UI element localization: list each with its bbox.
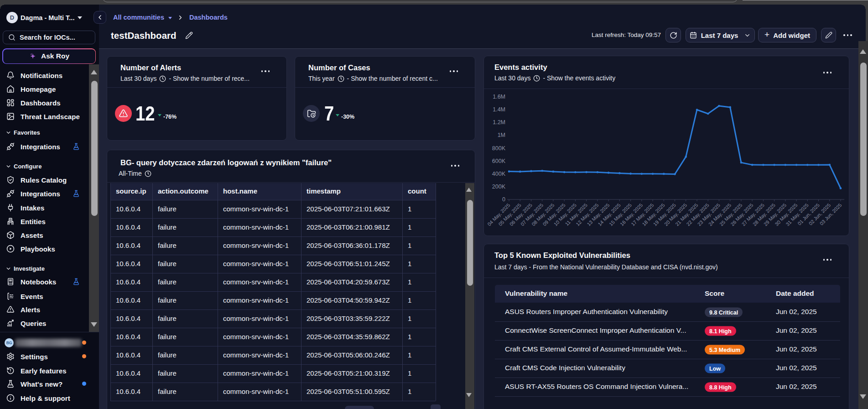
- svg-text:200K: 200K: [492, 184, 506, 190]
- svg-text:1.6M: 1.6M: [493, 94, 505, 100]
- svg-text:1M: 1M: [498, 132, 505, 138]
- svg-text:1.2M: 1.2M: [493, 119, 505, 126]
- svg-text:0: 0: [502, 196, 505, 203]
- svg-text:1.4M: 1.4M: [493, 106, 505, 113]
- svg-text:800K: 800K: [492, 145, 506, 152]
- svg-text:400K: 400K: [492, 171, 506, 177]
- svg-text:600K: 600K: [492, 158, 506, 164]
